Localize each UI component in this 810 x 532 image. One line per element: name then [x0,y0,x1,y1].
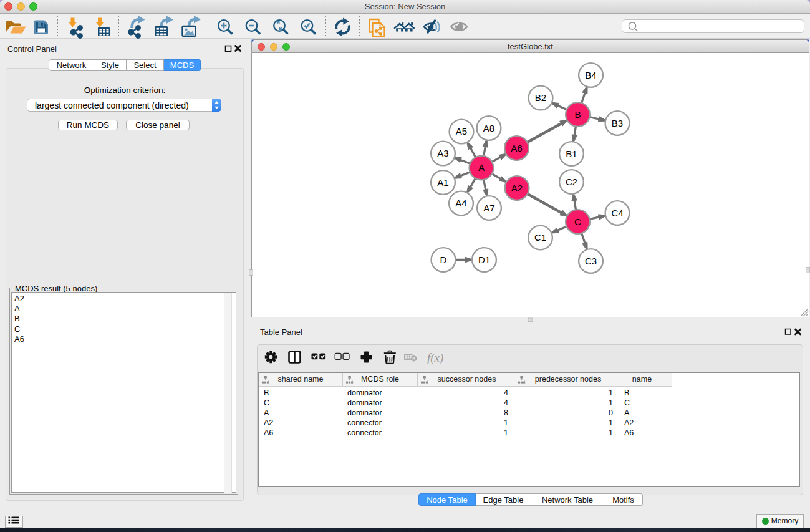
svg-text:B: B [574,109,581,120]
svg-text:A: A [478,162,485,173]
svg-text:A8: A8 [483,123,494,133]
svg-text:C2: C2 [566,177,577,187]
svg-text:D: D [440,254,447,265]
svg-text:C: C [574,216,581,227]
svg-text:A7: A7 [483,203,494,213]
svg-text:B3: B3 [612,118,623,128]
svg-text:A6: A6 [511,143,522,153]
svg-text:B2: B2 [535,92,546,103]
svg-text:C4: C4 [611,208,623,218]
svg-text:C1: C1 [534,232,546,243]
svg-text:B1: B1 [566,148,577,159]
svg-text:A4: A4 [455,198,466,208]
svg-text:A5: A5 [456,126,467,137]
svg-text:A1: A1 [437,177,448,188]
svg-text:B4: B4 [585,70,596,80]
svg-text:A3: A3 [437,148,448,158]
svg-text:C3: C3 [585,256,597,266]
svg-text:A2: A2 [511,183,523,193]
svg-text:D1: D1 [478,254,490,265]
